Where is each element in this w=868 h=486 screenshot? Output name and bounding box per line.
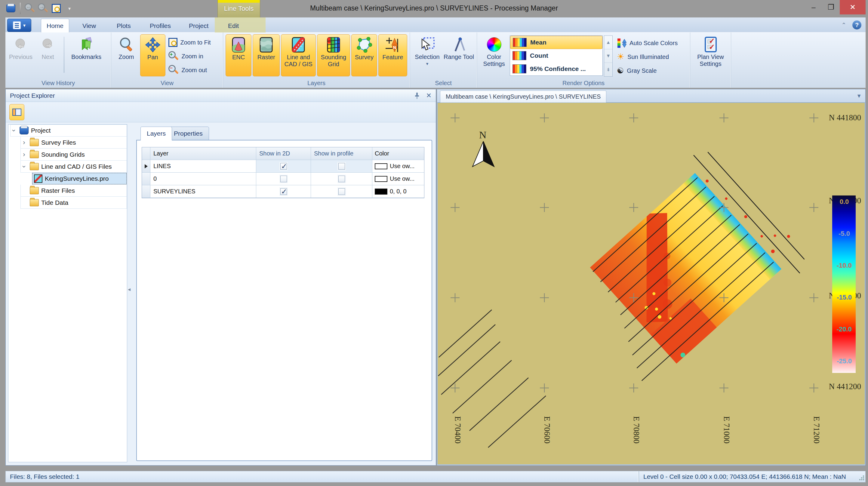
show-in-profile-checkbox[interactable]: [338, 176, 345, 182]
selection-dropdown-icon[interactable]: ▾: [426, 61, 429, 66]
status-bar: Files: 8, Files selected: 1 Level 0 - Ce…: [5, 471, 866, 482]
panel-view-toggle-button[interactable]: [9, 104, 24, 120]
tree-item-raster-files[interactable]: › Raster Files: [21, 185, 127, 197]
chevron-collapsed-icon[interactable]: ›: [21, 151, 27, 158]
table-row[interactable]: LINES Use ow...: [142, 160, 424, 173]
zoom-button[interactable]: Zoom: [114, 34, 139, 77]
project-tree: › Project › Survey Files › Sounding Grid…: [8, 124, 127, 462]
raster-toggle-button[interactable]: Raster: [253, 34, 280, 77]
color-swatch[interactable]: [375, 188, 388, 194]
map-view-tab[interactable]: Multibeam case \ KeringSurveyLines.pro \…: [440, 91, 606, 102]
color-swatch[interactable]: [375, 163, 388, 169]
group-view: Zoom Pan: [111, 32, 223, 88]
color-swatch[interactable]: [375, 176, 388, 182]
feature-toggle-button[interactable]: N Feature: [378, 34, 407, 77]
sun-illuminated-toggle[interactable]: ☀ Sun Illuminated: [617, 50, 687, 64]
range-tool-button[interactable]: Range Tool: [443, 34, 474, 77]
render-mode-95-confidence[interactable]: 95% Confidence ...: [510, 62, 602, 75]
table-row[interactable]: 0 Use ow...: [142, 173, 424, 185]
tree-item-line-cad-gis-files[interactable]: › Line and CAD / GIS Files: [21, 161, 127, 173]
yin-yang-icon: ☯: [617, 67, 624, 74]
table-header-row: Layer Show in 2D Show in profile Color: [142, 147, 424, 160]
show-in-2d-checkbox[interactable]: [280, 163, 287, 170]
northing-label: N 441800: [829, 113, 861, 122]
next-button[interactable]: Next: [35, 34, 61, 77]
tab-plots[interactable]: Plots: [111, 19, 136, 32]
bookmarks-button[interactable]: Bookmarks: [67, 34, 105, 77]
layer-name-cell[interactable]: 0: [150, 173, 256, 185]
tab-edit[interactable]: Edit: [223, 19, 244, 32]
chevron-collapsed-icon[interactable]: ›: [21, 139, 27, 147]
group-render-options: Color Settings Mean Count 95% Confidence…: [477, 32, 690, 88]
show-in-2d-checkbox[interactable]: [280, 188, 287, 195]
easting-labels: E 70400 E 70600 E 70800 E 71000 E 71200: [453, 416, 821, 444]
close-button[interactable]: ✕: [840, 0, 866, 14]
more-options-icon[interactable]: ⇟: [604, 63, 612, 77]
splitter-collapse-icon[interactable]: ◂: [128, 284, 132, 295]
pan-button[interactable]: Pan: [140, 34, 165, 77]
tab-view[interactable]: View: [77, 19, 101, 32]
colorbar-tick: -10.0: [837, 262, 852, 269]
tab-project[interactable]: Project: [183, 19, 214, 32]
tab-home[interactable]: Home: [41, 19, 69, 33]
plan-view-settings-button[interactable]: ✓✓ Plan View Settings: [693, 34, 728, 77]
status-files-text: Files: 8, Files selected: 1: [6, 471, 639, 482]
column-header-color[interactable]: Color: [372, 147, 424, 160]
help-icon[interactable]: ?: [852, 21, 861, 29]
enc-toggle-button[interactable]: ENC: [225, 34, 251, 77]
chevron-expanded-icon[interactable]: ›: [10, 127, 18, 134]
tree-item-keringsurveylines[interactable]: KeringSurveyLines.pro: [32, 173, 127, 185]
easting-label: E 70600: [542, 416, 552, 444]
color-settings-button[interactable]: Color Settings: [479, 34, 508, 77]
app-menu-button[interactable]: ▾: [7, 19, 31, 32]
table-row[interactable]: SURVEYLINES 0, 0, 0: [142, 185, 424, 198]
column-header-show-in-2d[interactable]: Show in 2D: [256, 147, 311, 160]
tree-item-survey-files[interactable]: › Survey Files: [21, 136, 127, 149]
layer-name-cell[interactable]: LINES: [150, 160, 256, 173]
gray-scale-toggle[interactable]: ☯ Gray Scale: [617, 64, 687, 78]
column-header-layer[interactable]: Layer: [150, 147, 256, 160]
resize-grip[interactable]: [859, 476, 864, 481]
zoom-out-icon: −: [168, 65, 179, 75]
tree-item-tide-data[interactable]: › Tide Data: [21, 197, 127, 209]
zoom-out-button[interactable]: − Zoom out: [166, 63, 220, 77]
sounding-grid-toggle-button[interactable]: Sounding Grid: [317, 34, 350, 77]
show-in-profile-checkbox[interactable]: [338, 163, 345, 170]
row-indicator-icon: [145, 164, 148, 169]
chevron-expanded-icon[interactable]: ›: [20, 163, 28, 170]
minimize-button[interactable]: –: [805, 0, 822, 14]
survey-toggle-button[interactable]: Survey: [351, 34, 377, 77]
tab-profiles[interactable]: Profiles: [144, 19, 176, 32]
zoom-in-button[interactable]: + Zoom in: [166, 49, 220, 63]
auto-scale-colors-toggle[interactable]: Auto Scale Colors: [617, 36, 687, 50]
layer-name-cell[interactable]: SURVEYLINES: [150, 185, 256, 198]
show-in-2d-checkbox[interactable]: [280, 176, 287, 182]
selection-button[interactable]: Selection ▾: [412, 34, 442, 77]
tree-item-sounding-grids[interactable]: › Sounding Grids: [21, 149, 127, 161]
render-mode-mean[interactable]: Mean: [510, 36, 602, 49]
close-panel-icon[interactable]: ✕: [426, 92, 432, 99]
map-canvas[interactable]: N 441800 N 441600 N 441400 N 441200 E 70…: [437, 102, 865, 465]
collapse-ribbon-icon[interactable]: ⌃: [841, 21, 846, 29]
tab-layers[interactable]: Layers: [141, 127, 172, 141]
zoom-to-fit-button[interactable]: Zoom to Fit: [166, 35, 220, 49]
zoom-icon: [119, 37, 134, 52]
tab-list-dropdown-icon[interactable]: ▼: [856, 93, 862, 99]
column-header-show-in-profile[interactable]: Show in profile: [311, 147, 372, 160]
pin-icon[interactable]: [413, 92, 421, 99]
svg-text:N: N: [393, 45, 396, 50]
app-menu-icon: [13, 21, 21, 29]
bathymetry-surface: [553, 143, 813, 400]
maximize-button[interactable]: ❐: [822, 0, 840, 14]
easting-label: E 70800: [632, 416, 641, 444]
tab-properties[interactable]: Properties: [167, 127, 209, 141]
render-mode-count[interactable]: Count: [510, 49, 602, 62]
previous-button[interactable]: Previous: [8, 34, 34, 77]
tree-item-project[interactable]: › Project: [10, 124, 127, 136]
line-cad-gis-toggle-button[interactable]: Line and CAD / GIS: [281, 34, 316, 77]
scroll-down-icon[interactable]: ▼: [604, 49, 612, 63]
show-in-profile-checkbox[interactable]: [338, 188, 345, 195]
colorbar-tick: 0.0: [840, 198, 849, 205]
selection-icon: [420, 37, 435, 52]
scroll-up-icon[interactable]: ▲: [604, 36, 612, 49]
